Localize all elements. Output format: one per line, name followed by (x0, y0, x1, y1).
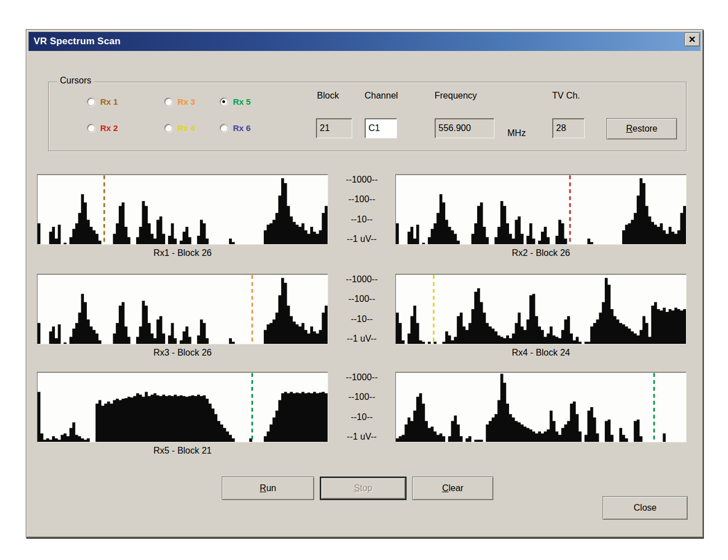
radio-rx1[interactable]: Rx 1 (87, 96, 164, 107)
spectrum-plot-rx5[interactable] (37, 372, 328, 442)
y-tick-1000: --1000-- (328, 175, 395, 185)
radio-label: Rx 3 (178, 97, 195, 106)
radio-label: Rx 6 (233, 123, 251, 133)
y-tick-10: --10-- (328, 314, 395, 324)
block-label: Block (317, 91, 339, 101)
y-axis-labels-row1: --1000-- --100-- --10-- --1 uV-- (328, 174, 395, 245)
title-bar: VR Spectrum Scan (29, 32, 701, 51)
plot-caption-rx1: Rx1 - Block 26 (37, 248, 328, 262)
tv-ch-label: TV Ch. (552, 91, 580, 101)
radio-rx2[interactable]: Rx 2 (87, 122, 164, 133)
cursors-group-title: Cursors (57, 76, 94, 86)
stop-button[interactable]: Stop (320, 477, 407, 500)
radio-selected-dot (222, 100, 225, 103)
window-title: VR Spectrum Scan (34, 36, 120, 47)
radio-rx4[interactable]: Rx 4 (164, 122, 220, 133)
plot-caption-rx2: Rx2 - Block 26 (395, 248, 687, 262)
y-tick-1uv: --1 uV-- (328, 432, 395, 442)
y-tick-1uv: --1 uV-- (328, 334, 395, 344)
spectrum-plot-rx4[interactable] (395, 274, 687, 344)
y-tick-10: --10-- (328, 214, 395, 225)
radio-label: Rx 5 (233, 97, 251, 106)
radio-rx6[interactable]: Rx 6 (220, 122, 251, 133)
y-axis-labels-row2: --1000-- --100-- --10-- --1 uV-- (328, 274, 395, 344)
radio-circle-icon (220, 97, 228, 106)
cursor-radio-grid: Rx 1Rx 2Rx 3Rx 4Rx 5Rx 6 (87, 96, 251, 133)
radio-label: Rx 2 (100, 123, 118, 133)
y-tick-100: --100-- (328, 194, 395, 204)
plot-caption-rx4: Rx4 - Block 24 (395, 348, 687, 361)
plot-caption-rx5: Rx5 - Block 21 (37, 446, 328, 459)
radio-circle-icon (87, 124, 95, 132)
y-tick-100: --100-- (328, 294, 395, 304)
channel-label: Channel (365, 91, 398, 101)
plot-caption-rx3: Rx3 - Block 26 (37, 348, 328, 361)
y-tick-1000: --1000-- (328, 274, 395, 284)
frequency-field: 556.900 (435, 118, 494, 138)
block-field: 21 (316, 118, 352, 138)
restore-button[interactable]: Restore (606, 118, 677, 139)
spectrum-plot-rx2[interactable] (395, 174, 687, 245)
spectrum-plot-rx6[interactable] (395, 372, 687, 442)
stop-button-label: Stop (321, 478, 405, 499)
y-tick-10: --10-- (328, 412, 395, 422)
radio-rx3[interactable]: Rx 3 (164, 96, 220, 107)
channel-input[interactable]: C1 (365, 118, 397, 138)
window-close-icon[interactable]: ✕ (684, 32, 700, 46)
radio-rx5[interactable]: Rx 5 (220, 96, 251, 107)
radio-circle-icon (164, 97, 172, 106)
radio-label: Rx 4 (178, 123, 195, 133)
tv-ch-field: 28 (552, 118, 585, 138)
spectrum-plot-rx3[interactable] (37, 274, 328, 344)
run-button[interactable]: Run (222, 477, 314, 500)
y-axis-labels-row3: --1000-- --100-- --10-- --1 uV-- (328, 372, 395, 442)
spectrum-scan-dialog: VR Spectrum Scan ✕ Cursors Rx 1Rx 2Rx 3R… (26, 29, 703, 538)
radio-circle-icon (164, 124, 172, 132)
mhz-unit-label: MHz (507, 128, 526, 138)
frequency-label: Frequency (435, 91, 477, 101)
y-tick-100: --100-- (328, 392, 395, 402)
radio-label: Rx 1 (100, 97, 118, 106)
clear-button[interactable]: Clear (412, 477, 493, 500)
radio-circle-icon (220, 124, 228, 132)
y-tick-1uv: --1 uV-- (328, 234, 395, 244)
radio-circle-icon (87, 97, 95, 106)
spectrum-plot-rx1[interactable] (37, 174, 328, 245)
close-button[interactable]: Close (603, 496, 688, 520)
y-tick-1000: --1000-- (328, 372, 395, 382)
